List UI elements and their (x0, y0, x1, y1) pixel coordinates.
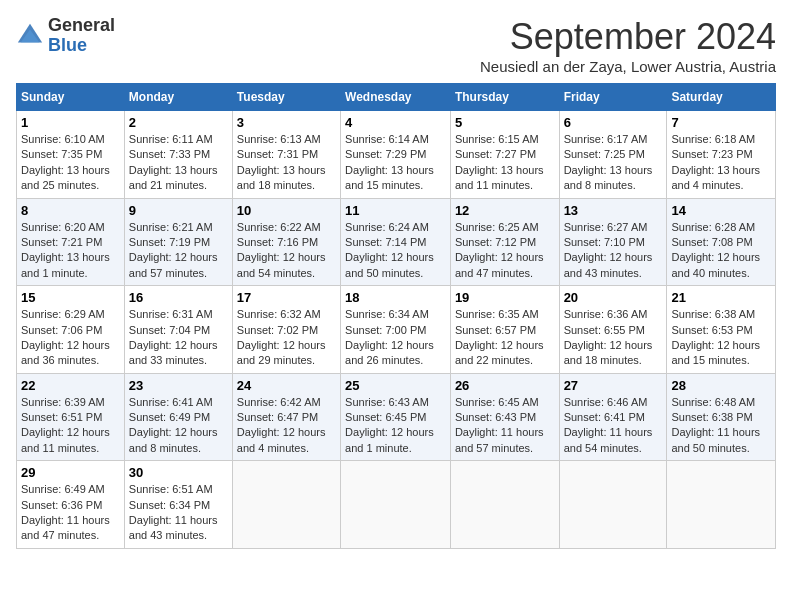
day-number: 14 (671, 203, 771, 218)
week-row-1: 1Sunrise: 6:10 AM Sunset: 7:35 PM Daylig… (17, 111, 776, 199)
day-number: 22 (21, 378, 120, 393)
day-info: Sunrise: 6:34 AM Sunset: 7:00 PM Dayligh… (345, 307, 446, 369)
day-info: Sunrise: 6:10 AM Sunset: 7:35 PM Dayligh… (21, 132, 120, 194)
day-cell (667, 461, 776, 549)
day-number: 12 (455, 203, 555, 218)
day-number: 1 (21, 115, 120, 130)
day-cell: 22Sunrise: 6:39 AM Sunset: 6:51 PM Dayli… (17, 373, 125, 461)
header-row: Sunday Monday Tuesday Wednesday Thursday… (17, 84, 776, 111)
day-number: 18 (345, 290, 446, 305)
day-cell: 21Sunrise: 6:38 AM Sunset: 6:53 PM Dayli… (667, 286, 776, 374)
day-number: 27 (564, 378, 663, 393)
day-info: Sunrise: 6:32 AM Sunset: 7:02 PM Dayligh… (237, 307, 336, 369)
day-cell: 16Sunrise: 6:31 AM Sunset: 7:04 PM Dayli… (124, 286, 232, 374)
day-cell (450, 461, 559, 549)
week-row-2: 8Sunrise: 6:20 AM Sunset: 7:21 PM Daylig… (17, 198, 776, 286)
day-number: 25 (345, 378, 446, 393)
day-info: Sunrise: 6:43 AM Sunset: 6:45 PM Dayligh… (345, 395, 446, 457)
day-cell: 26Sunrise: 6:45 AM Sunset: 6:43 PM Dayli… (450, 373, 559, 461)
day-cell: 6Sunrise: 6:17 AM Sunset: 7:25 PM Daylig… (559, 111, 667, 199)
day-info: Sunrise: 6:35 AM Sunset: 6:57 PM Dayligh… (455, 307, 555, 369)
day-number: 17 (237, 290, 336, 305)
logo-text: General Blue (48, 16, 115, 56)
day-number: 5 (455, 115, 555, 130)
day-number: 4 (345, 115, 446, 130)
day-info: Sunrise: 6:46 AM Sunset: 6:41 PM Dayligh… (564, 395, 663, 457)
day-info: Sunrise: 6:15 AM Sunset: 7:27 PM Dayligh… (455, 132, 555, 194)
day-cell: 12Sunrise: 6:25 AM Sunset: 7:12 PM Dayli… (450, 198, 559, 286)
logo-icon (16, 22, 44, 50)
day-info: Sunrise: 6:28 AM Sunset: 7:08 PM Dayligh… (671, 220, 771, 282)
day-number: 19 (455, 290, 555, 305)
day-cell (559, 461, 667, 549)
col-saturday: Saturday (667, 84, 776, 111)
day-number: 23 (129, 378, 228, 393)
week-row-4: 22Sunrise: 6:39 AM Sunset: 6:51 PM Dayli… (17, 373, 776, 461)
day-info: Sunrise: 6:51 AM Sunset: 6:34 PM Dayligh… (129, 482, 228, 544)
day-cell: 8Sunrise: 6:20 AM Sunset: 7:21 PM Daylig… (17, 198, 125, 286)
day-number: 7 (671, 115, 771, 130)
day-cell: 18Sunrise: 6:34 AM Sunset: 7:00 PM Dayli… (341, 286, 451, 374)
day-cell: 23Sunrise: 6:41 AM Sunset: 6:49 PM Dayli… (124, 373, 232, 461)
day-info: Sunrise: 6:42 AM Sunset: 6:47 PM Dayligh… (237, 395, 336, 457)
day-cell: 10Sunrise: 6:22 AM Sunset: 7:16 PM Dayli… (232, 198, 340, 286)
week-row-5: 29Sunrise: 6:49 AM Sunset: 6:36 PM Dayli… (17, 461, 776, 549)
day-cell: 3Sunrise: 6:13 AM Sunset: 7:31 PM Daylig… (232, 111, 340, 199)
day-info: Sunrise: 6:29 AM Sunset: 7:06 PM Dayligh… (21, 307, 120, 369)
col-sunday: Sunday (17, 84, 125, 111)
day-cell: 27Sunrise: 6:46 AM Sunset: 6:41 PM Dayli… (559, 373, 667, 461)
page-header: General Blue September 2024 Neusiedl an … (16, 16, 776, 75)
day-number: 15 (21, 290, 120, 305)
day-info: Sunrise: 6:14 AM Sunset: 7:29 PM Dayligh… (345, 132, 446, 194)
day-number: 30 (129, 465, 228, 480)
day-info: Sunrise: 6:31 AM Sunset: 7:04 PM Dayligh… (129, 307, 228, 369)
day-info: Sunrise: 6:17 AM Sunset: 7:25 PM Dayligh… (564, 132, 663, 194)
day-info: Sunrise: 6:27 AM Sunset: 7:10 PM Dayligh… (564, 220, 663, 282)
day-info: Sunrise: 6:11 AM Sunset: 7:33 PM Dayligh… (129, 132, 228, 194)
day-cell: 20Sunrise: 6:36 AM Sunset: 6:55 PM Dayli… (559, 286, 667, 374)
day-number: 29 (21, 465, 120, 480)
day-cell: 19Sunrise: 6:35 AM Sunset: 6:57 PM Dayli… (450, 286, 559, 374)
day-cell: 7Sunrise: 6:18 AM Sunset: 7:23 PM Daylig… (667, 111, 776, 199)
day-cell: 5Sunrise: 6:15 AM Sunset: 7:27 PM Daylig… (450, 111, 559, 199)
day-cell: 2Sunrise: 6:11 AM Sunset: 7:33 PM Daylig… (124, 111, 232, 199)
day-cell: 4Sunrise: 6:14 AM Sunset: 7:29 PM Daylig… (341, 111, 451, 199)
day-cell: 29Sunrise: 6:49 AM Sunset: 6:36 PM Dayli… (17, 461, 125, 549)
title-block: September 2024 Neusiedl an der Zaya, Low… (480, 16, 776, 75)
day-number: 8 (21, 203, 120, 218)
day-info: Sunrise: 6:24 AM Sunset: 7:14 PM Dayligh… (345, 220, 446, 282)
day-info: Sunrise: 6:45 AM Sunset: 6:43 PM Dayligh… (455, 395, 555, 457)
day-cell: 17Sunrise: 6:32 AM Sunset: 7:02 PM Dayli… (232, 286, 340, 374)
day-number: 16 (129, 290, 228, 305)
day-cell: 14Sunrise: 6:28 AM Sunset: 7:08 PM Dayli… (667, 198, 776, 286)
day-cell: 25Sunrise: 6:43 AM Sunset: 6:45 PM Dayli… (341, 373, 451, 461)
day-number: 2 (129, 115, 228, 130)
day-cell (341, 461, 451, 549)
day-info: Sunrise: 6:38 AM Sunset: 6:53 PM Dayligh… (671, 307, 771, 369)
location: Neusiedl an der Zaya, Lower Austria, Aus… (480, 58, 776, 75)
day-info: Sunrise: 6:39 AM Sunset: 6:51 PM Dayligh… (21, 395, 120, 457)
day-cell (232, 461, 340, 549)
day-cell: 28Sunrise: 6:48 AM Sunset: 6:38 PM Dayli… (667, 373, 776, 461)
day-number: 6 (564, 115, 663, 130)
day-number: 24 (237, 378, 336, 393)
day-number: 21 (671, 290, 771, 305)
day-cell: 15Sunrise: 6:29 AM Sunset: 7:06 PM Dayli… (17, 286, 125, 374)
day-info: Sunrise: 6:25 AM Sunset: 7:12 PM Dayligh… (455, 220, 555, 282)
day-info: Sunrise: 6:13 AM Sunset: 7:31 PM Dayligh… (237, 132, 336, 194)
day-cell: 24Sunrise: 6:42 AM Sunset: 6:47 PM Dayli… (232, 373, 340, 461)
day-info: Sunrise: 6:22 AM Sunset: 7:16 PM Dayligh… (237, 220, 336, 282)
day-number: 9 (129, 203, 228, 218)
day-cell: 1Sunrise: 6:10 AM Sunset: 7:35 PM Daylig… (17, 111, 125, 199)
week-row-3: 15Sunrise: 6:29 AM Sunset: 7:06 PM Dayli… (17, 286, 776, 374)
day-number: 13 (564, 203, 663, 218)
day-number: 20 (564, 290, 663, 305)
month-title: September 2024 (480, 16, 776, 58)
day-number: 3 (237, 115, 336, 130)
day-number: 10 (237, 203, 336, 218)
day-info: Sunrise: 6:48 AM Sunset: 6:38 PM Dayligh… (671, 395, 771, 457)
day-number: 28 (671, 378, 771, 393)
day-info: Sunrise: 6:36 AM Sunset: 6:55 PM Dayligh… (564, 307, 663, 369)
day-cell: 13Sunrise: 6:27 AM Sunset: 7:10 PM Dayli… (559, 198, 667, 286)
calendar-table: Sunday Monday Tuesday Wednesday Thursday… (16, 83, 776, 549)
